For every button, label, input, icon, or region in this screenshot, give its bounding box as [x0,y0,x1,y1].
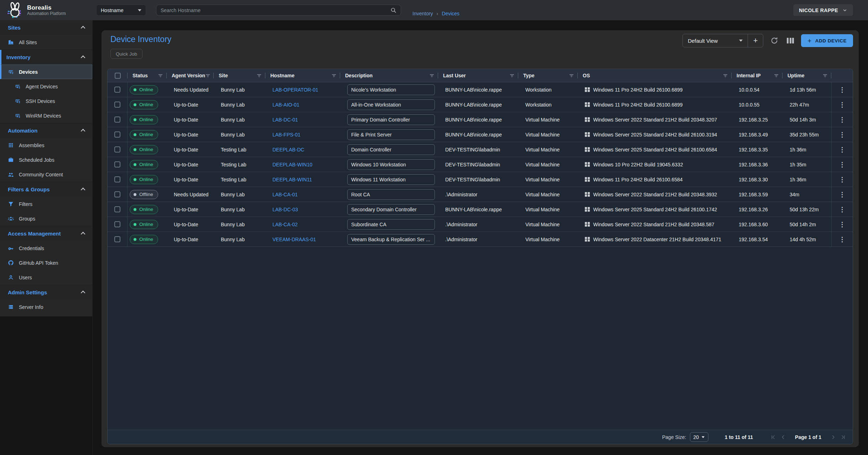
filter-icon[interactable] [569,73,574,78]
columns-button[interactable] [785,36,795,45]
row-checkbox[interactable] [114,191,120,197]
description-field[interactable]: Subordinate CA [347,219,435,230]
hostname-link[interactable]: VEEAM-DRAAS-01 [272,237,316,242]
sidebar-item-filters[interactable]: Filters [0,197,92,211]
main-content: Device Inventory Quick Job Default View … [93,20,868,455]
filter-icon[interactable] [822,73,828,78]
hostname-link[interactable]: LAB-CA-01 [272,192,298,197]
row-checkbox[interactable] [114,131,120,138]
row-checkbox[interactable] [114,221,120,227]
sidebar-item-ssh-devices[interactable]: SSH Devices [0,94,92,108]
search-box[interactable] [156,5,401,16]
sidebar-item-credentials[interactable]: Credentials [0,241,92,255]
sidebar-item-community-content[interactable]: Community Content [0,167,92,182]
sidebar-item-agent-devices[interactable]: Agent Devices [0,79,92,94]
kebab-menu-icon[interactable]: ⋮ [836,221,848,228]
kebab-menu-icon[interactable]: ⋮ [836,86,848,94]
next-page-button[interactable] [830,434,836,440]
add-view-button[interactable]: + [748,34,763,47]
add-device-button[interactable]: + ADD DEVICE [801,34,853,47]
sidebar-item-devices[interactable]: Devices [0,64,92,79]
search-icon[interactable] [390,7,396,13]
hostname-link[interactable]: LAB-DC-01 [272,117,298,123]
filter-icon[interactable] [256,73,262,78]
windows-logo-icon [585,222,590,227]
sidebar-item-winrm-devices[interactable]: WinRM Devices [0,108,92,123]
kebab-menu-icon[interactable]: ⋮ [836,131,848,139]
row-checkbox[interactable] [114,87,120,93]
search-input[interactable] [161,7,388,13]
description-cell: Domain Controller [340,142,438,157]
section-header-filters-groups[interactable]: Filters & Groups [0,182,92,197]
view-select[interactable]: Default View [683,34,748,47]
page-size-select[interactable]: 20 [690,432,708,442]
section-header-automation[interactable]: Automation [0,123,92,138]
hostname-link[interactable]: DEEPLAB-WIN11 [272,177,312,182]
select-all-checkbox[interactable] [115,73,121,79]
row-checkbox[interactable] [114,161,120,167]
row-checkbox[interactable] [114,117,120,123]
kebab-menu-icon[interactable]: ⋮ [836,146,848,154]
kebab-menu-icon[interactable]: ⋮ [836,161,848,169]
description-field[interactable]: Windows 11 Workstation [347,174,435,185]
sidebar-item-scheduled-jobs[interactable]: Scheduled Jobs [0,152,92,167]
kebab-menu-icon[interactable]: ⋮ [836,236,848,243]
hostname-link[interactable]: DEEPLAB-WIN10 [272,162,312,167]
kebab-menu-icon[interactable]: ⋮ [836,176,848,183]
filter-icon[interactable] [331,73,337,78]
status-cell: Offline [128,187,167,202]
hostname-link[interactable]: DEEPLAB-DC [272,147,304,152]
description-field[interactable]: Veeam Backup & Replication Ser ... [347,234,435,245]
filter-icon[interactable] [509,73,515,78]
description-field[interactable]: Windows 10 Workstation [347,159,435,170]
sidebar-item-assemblies[interactable]: Assemblies [0,138,92,152]
kebab-menu-icon[interactable]: ⋮ [836,206,848,213]
description-field[interactable]: Secondary Domain Controller [347,204,435,215]
kebab-menu-icon[interactable]: ⋮ [836,191,848,198]
sidebar-item-all-sites[interactable]: All Sites [0,35,92,50]
sidebar-item-users[interactable]: Users [0,270,92,285]
description-field[interactable]: All-in-One Workstation [347,99,435,110]
description-field[interactable]: Root CA [347,189,435,200]
hostname-link[interactable]: LAB-OPERATOR-01 [272,87,318,93]
sidebar-item-server-info[interactable]: Server Info [0,300,92,314]
last-page-button[interactable] [840,434,846,440]
description-field[interactable]: Nicole's Workstation [347,84,435,95]
col-actions [831,69,853,82]
hostname-cell: DEEPLAB-WIN11 [265,172,340,187]
row-checkbox[interactable] [114,236,120,242]
refresh-button[interactable] [769,35,780,46]
filter-icon[interactable] [774,73,779,78]
user-menu-button[interactable]: NICOLE RAPPE [793,4,853,16]
hostname-link[interactable]: LAB-FPS-01 [272,132,301,138]
description-field[interactable]: File & Print Server [347,129,435,140]
row-checkbox[interactable] [114,146,120,152]
filter-icon[interactable] [723,73,728,78]
kebab-menu-icon[interactable]: ⋮ [836,116,848,124]
quick-job-button[interactable]: Quick Job [110,49,142,59]
description-field[interactable]: Domain Controller [347,144,435,155]
row-checkbox[interactable] [114,176,120,182]
filter-icon[interactable] [158,73,163,78]
section-header-access-management[interactable]: Access Management [0,226,92,241]
breadcrumb-devices[interactable]: Devices [442,11,459,16]
sidebar-item-github-api-token[interactable]: GitHub API Token [0,255,92,270]
filter-icon[interactable] [429,73,435,78]
section-header-sites[interactable]: Sites [0,20,92,35]
first-page-button[interactable] [770,434,776,440]
description-field[interactable]: Primary Domain Controller [347,114,435,125]
section-header-inventory[interactable]: Inventory [0,50,92,64]
section-header-admin-settings[interactable]: Admin Settings [0,285,92,300]
previous-page-button[interactable] [780,434,786,440]
hostname-link[interactable]: LAB-DC-03 [272,207,298,212]
sidebar-item-groups[interactable]: Groups [0,211,92,226]
search-field-select[interactable]: Hostname [96,5,146,16]
hostname-link[interactable]: LAB-CA-02 [272,222,298,227]
hostname-link[interactable]: LAB-AIO-01 [272,102,299,108]
description-cell: Veeam Backup & Replication Ser ... [340,232,438,247]
breadcrumb-inventory[interactable]: Inventory [412,11,433,16]
kebab-menu-icon[interactable]: ⋮ [836,101,848,109]
filter-icon[interactable] [205,73,210,78]
row-checkbox[interactable] [114,206,120,212]
row-checkbox[interactable] [114,102,120,108]
